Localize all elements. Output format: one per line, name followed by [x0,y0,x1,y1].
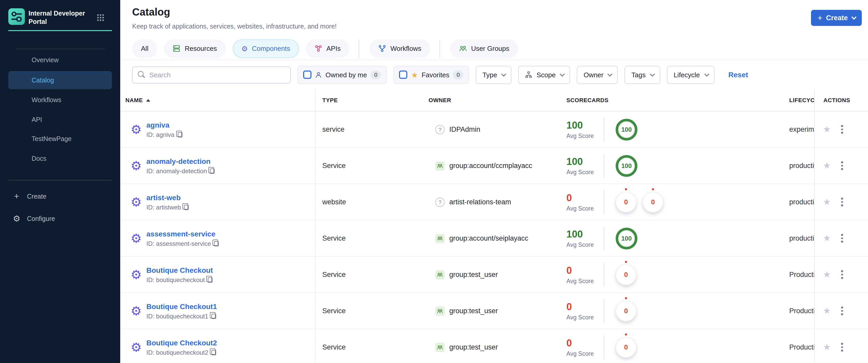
favorites-checkbox[interactable] [399,70,407,79]
entity-link[interactable]: agniva [146,121,182,129]
entity-link[interactable]: Boutique Checkout1 [146,302,217,310]
kebab-menu-icon[interactable] [841,343,843,352]
entity-name-cell: ⚙ Boutique Checkout2 ID: boutiquecheckou… [120,329,316,363]
scorecard-ring[interactable]: 100 [616,119,638,140]
table-row: ⚙ anomaly-detection ID: anomaly-detectio… [120,148,868,184]
row-actions: ★ [814,184,868,220]
scorecard-ring[interactable]: 0 [616,301,637,321]
scorecards-cell: 100 Avg Score 100 [566,148,789,184]
tab-resources[interactable]: Resources [164,39,226,58]
sidebar: Internal Developer Portal Overview Catal… [0,0,120,363]
copy-icon[interactable] [178,132,182,137]
type-dropdown[interactable]: Type [476,66,512,84]
copy-icon[interactable] [184,205,189,210]
sidebar-item-api[interactable]: API [0,116,120,124]
star-icon: ★ [411,71,418,79]
score-divider [604,154,604,178]
owned-by-me-filter[interactable]: Owned by me 0 [298,66,386,84]
sidebar-item-overview[interactable]: Overview [0,56,120,64]
favorite-star-icon[interactable]: ★ [823,161,831,170]
copy-icon[interactable] [210,168,215,174]
entity-id: ID: boutiquecheckout2 [146,349,208,356]
copy-icon[interactable] [214,241,219,246]
owner-dropdown[interactable]: Owner [577,66,618,84]
entity-lifecycle: production [789,184,814,220]
copy-icon[interactable] [211,350,216,355]
sidebar-configure-button[interactable]: ⚙ Configure [0,214,120,223]
entity-name-cell: ⚙ Boutique Checkout1 ID: boutiquecheckou… [120,293,316,329]
owned-by-me-checkbox[interactable] [303,70,311,79]
tab-apis[interactable]: APIs [306,39,349,58]
scope-dropdown[interactable]: Scope [519,66,570,84]
kebab-menu-icon[interactable] [841,270,843,279]
sidebar-divider [8,180,112,180]
entity-name-cell: ⚙ agniva ID: agniva [120,112,316,147]
entity-id: ID: anomaly-detection [146,167,207,175]
favorite-star-icon[interactable]: ★ [823,343,831,352]
copy-icon[interactable] [208,277,213,282]
sidebar-create-button[interactable]: + Create [0,192,120,201]
sidebar-item-catalog[interactable]: Catalog [8,71,112,89]
kebab-menu-icon[interactable] [841,161,843,170]
reset-filters-button[interactable]: Reset [728,70,748,79]
tab-workflows[interactable]: Workflows [370,39,430,58]
idp-logo-icon [8,8,25,25]
favorite-star-icon[interactable]: ★ [823,198,831,206]
avg-score-value: 0 [566,338,604,349]
avg-score-label: Avg Score [566,205,604,212]
entity-link[interactable]: assessment-service [146,230,219,238]
group-icon [435,270,445,279]
favorite-star-icon[interactable]: ★ [823,234,831,243]
entity-name-cell: ⚙ assessment-service ID: assessment-serv… [120,220,316,256]
filter-bar: Owned by me 0 ★ Favorites 0 Type [120,60,868,89]
entity-lifecycle: Production [789,329,814,363]
favorite-star-icon[interactable]: ★ [823,306,831,315]
favorite-star-icon[interactable]: ★ [823,270,831,279]
kebab-menu-icon[interactable] [841,125,843,134]
app-grid-icon[interactable] [96,13,105,22]
tags-dropdown[interactable]: Tags [625,66,660,84]
scorecard-ring[interactable]: 0 [643,192,663,212]
sidebar-item-docs[interactable]: Docs [0,154,120,163]
kebab-menu-icon[interactable] [841,234,843,243]
search-input[interactable] [133,67,290,83]
score-divider [604,299,604,323]
entity-link[interactable]: Boutique Checkout [146,266,213,274]
entity-id: ID: boutiquecheckout1 [146,312,208,320]
entity-name-cell: ⚙ Boutique Checkout ID: boutiquecheckout [120,257,316,293]
scorecard-ring[interactable]: 0 [616,264,637,285]
entity-type: Service [316,220,429,256]
scorecard-ring[interactable]: 100 [616,228,638,249]
favorites-filter[interactable]: ★ Favorites 0 [393,66,469,84]
lifecycle-dropdown[interactable]: Lifecycle [667,66,714,84]
sidebar-item-testnewpage[interactable]: TestNewPage [0,135,120,143]
create-button[interactable]: + Create [811,10,862,26]
question-icon: ? [435,125,445,134]
scorecards-cell: 100 Avg Score 100 [566,112,789,147]
kebab-menu-icon[interactable] [841,307,843,315]
sidebar-item-workflows[interactable]: Workflows [0,96,120,104]
entity-type: website [316,184,429,220]
tab-user-groups[interactable]: User Groups [450,39,518,58]
brand-underline [8,30,112,31]
component-gear-icon: ⚙ [131,123,142,135]
tab-components[interactable]: ⚙ Components [232,39,299,58]
avg-score-value: 0 [566,265,604,276]
tab-all[interactable]: All [132,39,157,58]
page-subtitle: Keep track of applications, services, we… [132,23,337,30]
copy-icon[interactable] [211,313,216,319]
kebab-menu-icon[interactable] [841,198,843,206]
score-divider [604,190,604,214]
entity-id: ID: artistweb [146,204,181,211]
entity-name-cell: ⚙ artist-web ID: artistweb [120,184,316,220]
column-header-name[interactable]: NAME [120,89,316,111]
row-actions: ★ [814,257,868,293]
entity-link[interactable]: anomaly-detection [146,157,215,165]
entity-link[interactable]: Boutique Checkout2 [146,338,217,347]
entity-link[interactable]: artist-web [146,193,189,202]
scorecard-ring[interactable]: 0 [616,337,637,358]
scorecard-ring[interactable]: 100 [616,155,638,177]
score-divider [604,226,604,250]
favorite-star-icon[interactable]: ★ [823,125,831,134]
scorecard-ring[interactable]: 0 [616,192,637,212]
